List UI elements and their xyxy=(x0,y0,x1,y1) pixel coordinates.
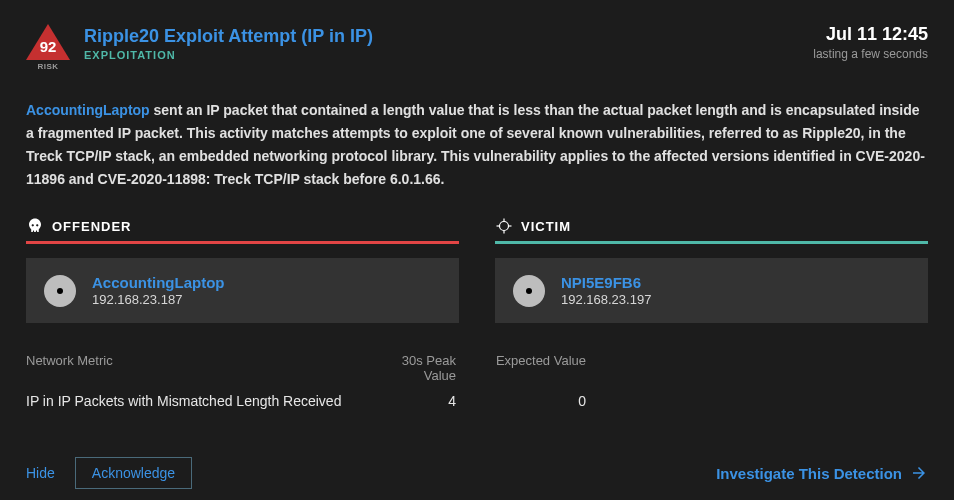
offender-ip: 192.168.23.187 xyxy=(92,292,224,307)
timestamp: Jul 11 12:45 xyxy=(813,24,928,45)
duration: lasting a few seconds xyxy=(813,47,928,61)
arrow-right-icon xyxy=(910,464,928,482)
offender-name[interactable]: AccountingLaptop xyxy=(92,274,224,291)
offender-panel: OFFENDER AccountingLaptop 192.168.23.187 xyxy=(26,217,459,323)
victim-section-label: VICTIM xyxy=(521,219,571,234)
metrics-table: Network Metric 30s Peak Value Expected V… xyxy=(26,353,928,409)
target-icon xyxy=(495,217,513,235)
victim-card[interactable]: NPI5E9FB6 192.168.23.197 xyxy=(495,258,928,323)
hide-link[interactable]: Hide xyxy=(26,465,55,481)
offender-section-label: OFFENDER xyxy=(52,219,132,234)
metrics-header-expected: Expected Value xyxy=(486,353,626,383)
victim-ip: 192.168.23.197 xyxy=(561,292,651,307)
metric-expected: 0 xyxy=(486,393,626,409)
svg-point-0 xyxy=(500,222,509,231)
metrics-header-metric: Network Metric xyxy=(26,353,366,383)
detection-title[interactable]: Ripple20 Exploit Attempt (IP in IP) xyxy=(84,26,373,47)
table-row: IP in IP Packets with Mismatched Length … xyxy=(26,393,928,409)
detection-category: EXPLOITATION xyxy=(84,49,373,61)
risk-badge: 92 RISK xyxy=(26,24,70,71)
detection-description: AccountingLaptop sent an IP packet that … xyxy=(26,99,928,191)
offender-card[interactable]: AccountingLaptop 192.168.23.187 xyxy=(26,258,459,323)
node-icon xyxy=(513,275,545,307)
victim-name[interactable]: NPI5E9FB6 xyxy=(561,274,651,291)
description-body: sent an IP packet that contained a lengt… xyxy=(26,102,925,187)
metrics-header-peak: 30s Peak Value xyxy=(366,353,486,383)
risk-label: RISK xyxy=(37,62,58,71)
risk-score: 92 xyxy=(40,38,57,55)
node-icon xyxy=(44,275,76,307)
description-device-link[interactable]: AccountingLaptop xyxy=(26,102,150,118)
investigate-label: Investigate This Detection xyxy=(716,465,902,482)
metric-peak: 4 xyxy=(366,393,486,409)
metric-name: IP in IP Packets with Mismatched Length … xyxy=(26,393,366,409)
acknowledge-button[interactable]: Acknowledge xyxy=(75,457,192,489)
victim-panel: VICTIM NPI5E9FB6 192.168.23.197 xyxy=(495,217,928,323)
investigate-link[interactable]: Investigate This Detection xyxy=(716,464,928,482)
skull-icon xyxy=(26,217,44,235)
